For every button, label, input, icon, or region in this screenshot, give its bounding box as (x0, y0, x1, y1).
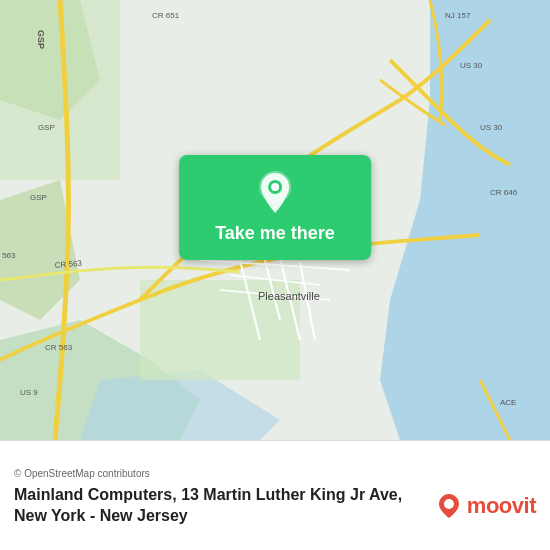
bottom-bar: © OpenStreetMap contributors Mainland Co… (0, 440, 550, 550)
svg-text:CR 646: CR 646 (490, 188, 518, 197)
moovit-logo: moovit (435, 492, 536, 520)
svg-text:GSP: GSP (38, 123, 55, 132)
moovit-pin-icon (435, 492, 463, 520)
take-me-there-button[interactable]: Take me there (179, 155, 371, 260)
copyright-text: © OpenStreetMap contributors (14, 468, 536, 479)
svg-text:Pleasantville: Pleasantville (258, 290, 320, 302)
svg-text:GSP: GSP (30, 193, 47, 202)
location-pin-icon (257, 171, 293, 215)
svg-text:CR 563: CR 563 (45, 343, 73, 352)
svg-point-34 (444, 499, 454, 509)
svg-text:563: 563 (2, 251, 16, 260)
svg-text:NJ 157: NJ 157 (445, 11, 471, 20)
svg-point-33 (271, 183, 279, 191)
map-container: GSP CR 651 NJ 157 US 30 US 30 CR 646 563… (0, 0, 550, 440)
svg-text:US 30: US 30 (480, 123, 503, 132)
location-name: Mainland Computers, 13 Martin Luther Kin… (14, 485, 425, 527)
location-text: Mainland Computers, 13 Martin Luther Kin… (14, 485, 425, 527)
svg-text:ACE: ACE (500, 398, 516, 407)
svg-text:US 30: US 30 (460, 61, 483, 70)
svg-text:GSP: GSP (36, 30, 46, 49)
take-me-there-label: Take me there (215, 223, 335, 244)
moovit-brand-text: moovit (467, 493, 536, 519)
svg-text:CR 651: CR 651 (152, 11, 180, 20)
svg-text:US 9: US 9 (20, 388, 38, 397)
location-info: Mainland Computers, 13 Martin Luther Kin… (14, 485, 536, 527)
